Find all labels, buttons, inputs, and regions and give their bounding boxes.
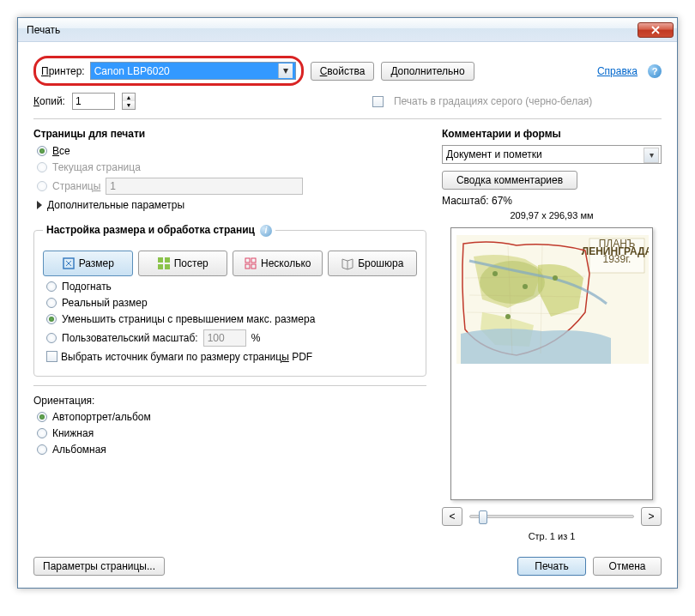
chevron-left-icon: < [449, 510, 455, 522]
tab-size[interactable]: Размер [43, 251, 133, 276]
radio-current[interactable]: Текущая страница [37, 161, 426, 173]
spinner-up-icon[interactable]: ▲ [123, 94, 135, 101]
printer-highlight: Принтер: Canon LBP6020 [33, 56, 304, 86]
preview-slider[interactable] [469, 515, 634, 518]
help-icon[interactable]: ? [648, 64, 662, 78]
preview-dimensions: 209,97 x 296,93 мм [442, 210, 662, 220]
copies-spinner[interactable]: ▲▼ [122, 93, 136, 110]
pages-input[interactable] [106, 178, 303, 195]
size-handling-group: Настройка размера и обработка страницi Р… [33, 224, 426, 377]
custom-scale-input[interactable] [203, 329, 246, 347]
svg-point-16 [523, 284, 528, 289]
grayscale-checkbox[interactable] [372, 96, 384, 107]
svg-rect-6 [251, 258, 256, 263]
copies-label: Копий: [33, 95, 65, 107]
radio-fit[interactable]: Подогнать [46, 281, 417, 293]
preview-scale: Масштаб: 67% [442, 195, 662, 207]
radio-shrink[interactable]: Уменьшить страницы с превышением макс. р… [46, 313, 417, 325]
paper-source-row[interactable]: Выбрать источник бумаги по размеру стран… [46, 351, 417, 363]
tab-poster[interactable]: Постер [138, 251, 228, 276]
printer-label: Принтер: [41, 65, 85, 77]
svg-point-15 [493, 271, 498, 276]
print-dialog: Печать Принтер: Canon LBP6020 Свойства Д… [17, 17, 678, 589]
spinner-down-icon[interactable]: ▼ [123, 101, 135, 109]
size-section-title: Настройка размера и обработка страницi [43, 224, 275, 237]
comments-title: Комментарии и формы [442, 128, 662, 140]
orientation-title: Ориентация: [33, 395, 426, 407]
svg-point-18 [505, 314, 511, 319]
chevron-right-icon: > [648, 510, 654, 522]
triangle-icon [37, 201, 42, 209]
svg-rect-2 [165, 257, 170, 263]
radio-orient-auto[interactable]: Автопортрет/альбом [37, 411, 426, 423]
printer-value: Canon LBP6020 [94, 65, 170, 77]
radio-custom-scale[interactable]: Пользовательский масштаб: % [46, 329, 417, 347]
print-button[interactable]: Печать [517, 557, 586, 576]
comments-summary-button[interactable]: Сводка комментариев [442, 171, 577, 190]
svg-rect-5 [245, 258, 250, 263]
properties-button[interactable]: Свойства [311, 62, 375, 81]
radio-all[interactable]: Все [37, 145, 426, 157]
close-icon [651, 26, 660, 34]
svg-text:1939г.: 1939г. [603, 253, 632, 265]
radio-pages[interactable]: Страницы [37, 178, 426, 195]
size-tab-icon [62, 257, 76, 270]
svg-rect-8 [251, 264, 256, 269]
help-link[interactable]: Справка [597, 65, 638, 77]
svg-rect-3 [158, 264, 163, 269]
radio-orient-portrait[interactable]: Книжная [37, 427, 426, 439]
poster-tab-icon [157, 257, 171, 270]
preview-map-image: ПЛАНЪ ЛЕНИНГРАДА 1939г. [456, 235, 649, 364]
preview-prev-button[interactable]: < [442, 507, 462, 526]
radio-actual[interactable]: Реальный размер [46, 297, 417, 309]
pages-section-title: Страницы для печати [33, 128, 426, 140]
page-setup-button[interactable]: Параметры страницы... [33, 557, 165, 576]
cancel-button[interactable]: Отмена [593, 557, 662, 576]
grayscale-label: Печать в градациях серого (черно-белая) [394, 95, 592, 107]
svg-rect-1 [158, 257, 163, 263]
booklet-tab-icon [341, 257, 354, 270]
tab-multiple[interactable]: Несколько [233, 251, 323, 276]
radio-orient-landscape[interactable]: Альбомная [37, 444, 426, 456]
preview-next-button[interactable]: > [641, 507, 662, 526]
svg-rect-4 [165, 264, 170, 269]
svg-point-17 [553, 275, 558, 281]
window-title: Печать [27, 24, 638, 36]
svg-point-14 [480, 261, 545, 304]
copies-input[interactable] [72, 93, 115, 110]
slider-thumb[interactable] [479, 510, 487, 524]
titlebar: Печать [18, 18, 677, 42]
tab-booklet[interactable]: Брошюра [328, 251, 418, 276]
multiple-tab-icon [244, 257, 257, 270]
info-icon[interactable]: i [260, 225, 272, 237]
advanced-button[interactable]: Дополнительно [381, 62, 474, 81]
paper-source-checkbox[interactable] [46, 351, 57, 362]
close-button[interactable] [638, 22, 674, 38]
comments-select[interactable]: Документ и пометки [442, 145, 662, 164]
svg-rect-7 [245, 264, 250, 269]
printer-select[interactable]: Canon LBP6020 [90, 62, 296, 80]
page-count: Стр. 1 из 1 [442, 531, 662, 541]
more-options-toggle[interactable]: Дополнительные параметры [37, 199, 426, 211]
preview-box: ПЛАНЪ ЛЕНИНГРАДА 1939г. [450, 227, 653, 500]
